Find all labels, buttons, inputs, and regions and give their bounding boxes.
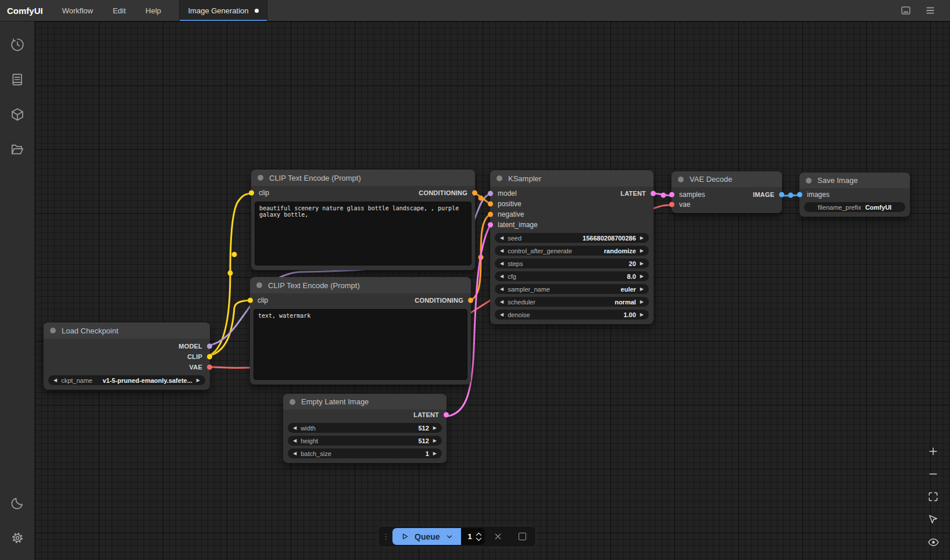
batch-count-value[interactable]: 1 <box>468 532 472 541</box>
output-port-conditioning[interactable] <box>468 298 473 303</box>
zoom-out-icon[interactable] <box>926 466 941 482</box>
node-clip-text-encode-negative[interactable]: CLIP Text Encode (Prompt) clip CONDITION… <box>250 277 471 385</box>
output-port-conditioning[interactable] <box>472 191 477 196</box>
output-port-latent[interactable] <box>444 412 449 418</box>
widget-right-arrow-icon[interactable]: ▶ <box>197 378 200 383</box>
collapse-dot[interactable] <box>497 175 502 181</box>
output-port-latent[interactable] <box>651 191 656 196</box>
drag-handle-icon[interactable]: ⋮ <box>382 536 387 538</box>
input-port-latent-image[interactable] <box>488 222 493 228</box>
tab-image-generation[interactable]: Image Generation <box>180 0 267 21</box>
widget-right-arrow-icon[interactable]: ▶ <box>640 300 644 304</box>
widget-right-arrow-icon[interactable]: ▶ <box>433 426 437 430</box>
input-port-clip[interactable] <box>249 191 254 196</box>
scheduler-widget[interactable]: ◀ scheduler normal ▶ <box>495 297 649 307</box>
queue-button[interactable]: Queue <box>392 528 461 545</box>
widget-right-arrow-icon[interactable]: ▶ <box>640 236 644 240</box>
batch-count-box[interactable]: 1 <box>461 528 485 545</box>
widget-left-arrow-icon[interactable]: ◀ <box>500 313 503 317</box>
negative-prompt-textarea[interactable]: text, watermark <box>253 309 467 380</box>
widget-right-arrow-icon[interactable]: ▶ <box>433 439 437 443</box>
collapse-dot[interactable] <box>258 175 263 181</box>
node-header[interactable]: CLIP Text Encode (Prompt) <box>251 170 475 186</box>
widget-right-arrow-icon[interactable]: ▶ <box>640 261 644 266</box>
node-load-checkpoint[interactable]: Load Checkpoint MODEL CLIP VAE ◀ ckpt_na… <box>44 322 210 390</box>
input-port-positive[interactable] <box>488 202 493 207</box>
node-header[interactable]: KSampler <box>490 170 653 186</box>
widget-left-arrow-icon[interactable]: ◀ <box>500 287 503 292</box>
fit-view-icon[interactable] <box>926 489 941 504</box>
settings-gear-icon[interactable] <box>1 520 34 555</box>
control-after-generate-widget[interactable]: ◀ control_after_generate randomize ▶ <box>495 246 649 256</box>
widget-left-arrow-icon[interactable]: ◀ <box>500 249 503 253</box>
node-header[interactable]: VAE Decode <box>672 171 782 187</box>
widget-left-arrow-icon[interactable]: ◀ <box>293 426 297 430</box>
input-port-clip[interactable] <box>248 298 253 303</box>
theme-moon-icon[interactable] <box>1 486 34 520</box>
zoom-in-icon[interactable] <box>926 444 941 459</box>
menu-workflow[interactable]: Workflow <box>52 0 103 21</box>
node-header[interactable]: Save Image <box>799 173 910 188</box>
output-port-clip[interactable] <box>207 354 212 360</box>
output-port-vae[interactable] <box>207 365 212 370</box>
input-port-negative[interactable] <box>488 212 493 217</box>
node-save-image[interactable]: Save Image images filename_prefix ComfyU… <box>799 173 910 217</box>
menu-help[interactable]: Help <box>135 0 171 21</box>
batch-size-widget[interactable]: ◀ batch_size 1 ▶ <box>288 448 442 458</box>
widget-left-arrow-icon[interactable]: ◀ <box>293 439 297 443</box>
seed-widget[interactable]: ◀ seed 156680208700286 ▶ <box>495 233 649 243</box>
input-port-images[interactable] <box>797 192 802 197</box>
bottom-panel-toggle-icon[interactable] <box>898 2 914 19</box>
widget-left-arrow-icon[interactable]: ◀ <box>500 274 503 279</box>
node-clip-text-encode-positive[interactable]: CLIP Text Encode (Prompt) clip CONDITION… <box>251 170 475 270</box>
collapse-dot[interactable] <box>678 177 684 182</box>
width-widget[interactable]: ◀ width 512 ▶ <box>288 423 442 433</box>
collapse-dot[interactable] <box>806 178 812 184</box>
clear-queue-x-icon[interactable] <box>491 529 506 544</box>
widget-right-arrow-icon[interactable]: ▶ <box>640 249 644 253</box>
node-ksampler[interactable]: KSampler model LATENT positive negative … <box>490 170 653 324</box>
widget-left-arrow-icon[interactable]: ◀ <box>53 378 57 383</box>
menu-edit[interactable]: Edit <box>103 0 135 21</box>
widget-right-arrow-icon[interactable]: ▶ <box>640 287 644 292</box>
collapse-dot[interactable] <box>50 328 56 333</box>
input-port-samples[interactable] <box>669 192 674 197</box>
sampler-name-widget[interactable]: ◀ sampler_name euler ▶ <box>495 284 649 294</box>
collapse-dot[interactable] <box>256 282 262 288</box>
widget-right-arrow-icon[interactable]: ▶ <box>640 274 644 279</box>
toggle-visibility-eye-icon[interactable] <box>926 534 941 550</box>
logs-icon[interactable] <box>1 62 34 97</box>
output-port-model[interactable] <box>207 344 212 349</box>
widget-left-arrow-icon[interactable]: ◀ <box>293 451 297 456</box>
widget-right-arrow-icon[interactable]: ▶ <box>433 451 437 456</box>
positive-prompt-textarea[interactable]: beautiful scenery nature glass bottle la… <box>255 202 472 265</box>
node-vae-decode[interactable]: VAE Decode samples IMAGE vae <box>672 171 782 213</box>
count-down-icon[interactable] <box>476 537 482 541</box>
ckpt-name-widget[interactable]: ◀ ckpt_name v1-5-pruned-emaonly.safete..… <box>48 375 205 385</box>
widget-left-arrow-icon[interactable]: ◀ <box>500 236 503 240</box>
history-icon[interactable] <box>1 27 34 62</box>
node-header[interactable]: Load Checkpoint <box>44 322 210 339</box>
stop-icon[interactable] <box>515 529 530 544</box>
queue-options-chevron-icon[interactable] <box>445 533 453 541</box>
node-library-icon[interactable] <box>1 97 34 132</box>
filename-prefix-widget[interactable]: filename_prefix ComfyUI <box>804 202 905 212</box>
workflows-icon[interactable] <box>1 132 34 167</box>
steps-widget[interactable]: ◀ steps 20 ▶ <box>495 259 649 268</box>
widget-left-arrow-icon[interactable]: ◀ <box>500 300 503 304</box>
collapse-dot[interactable] <box>290 399 295 405</box>
height-widget[interactable]: ◀ height 512 ▶ <box>288 436 442 446</box>
widget-right-arrow-icon[interactable]: ▶ <box>640 313 644 317</box>
output-port-image[interactable] <box>779 192 784 197</box>
node-header[interactable]: CLIP Text Encode (Prompt) <box>250 277 471 293</box>
denoise-widget[interactable]: ◀ denoise 1.00 ▶ <box>495 310 649 320</box>
select-cursor-icon[interactable] <box>926 512 941 527</box>
hamburger-menu-icon[interactable] <box>922 2 938 19</box>
cfg-widget[interactable]: ◀ cfg 8.0 ▶ <box>495 271 649 281</box>
count-up-icon[interactable] <box>476 532 482 536</box>
input-port-model[interactable] <box>488 191 493 196</box>
node-empty-latent-image[interactable]: Empty Latent Image LATENT ◀ width 512 ▶ … <box>283 394 447 463</box>
widget-left-arrow-icon[interactable]: ◀ <box>500 261 503 266</box>
node-header[interactable]: Empty Latent Image <box>283 394 447 410</box>
input-port-vae[interactable] <box>669 202 674 207</box>
